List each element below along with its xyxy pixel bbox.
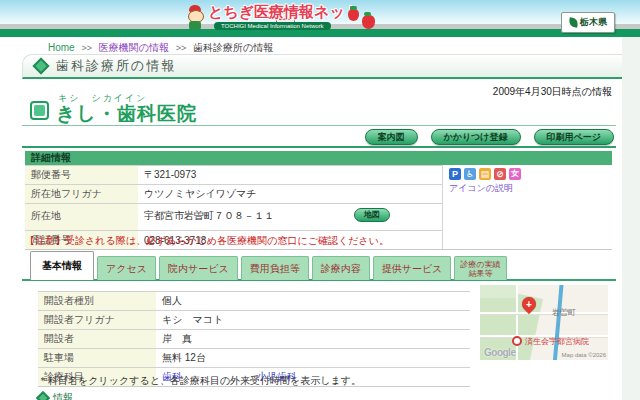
parking-icon: P: [449, 168, 461, 180]
partial-footer-link[interactable]: 情報: [38, 391, 73, 400]
address-text: 宇都宮市岩曽町７０８－１１: [144, 209, 274, 223]
hospital-marker-icon: [512, 336, 522, 346]
basic-info-table: 開設者種別 個人 開設者フリガナ キシ マコト 開設者 岸 真 駐車場 無料 1…: [38, 291, 470, 387]
wheelchair-icon: ♿: [464, 168, 476, 180]
tab-in-house-services[interactable]: 院内サービス: [159, 256, 238, 280]
diamond-icon: [33, 58, 50, 75]
pref-label: 栃木県: [580, 16, 607, 29]
address-furigana-value: ウツノミヤシイワゾマチ: [138, 185, 442, 203]
diamond-icon: [36, 391, 50, 400]
female-doctor-icon: 女: [509, 168, 521, 180]
address-label: 所在地: [25, 204, 138, 230]
tochigi-pref-logo[interactable]: 栃木県: [561, 12, 615, 33]
mascot-icon: [186, 5, 204, 31]
tab-results-line2: 結果等: [468, 269, 492, 278]
address-furigana-label: 所在地フリガナ: [25, 185, 138, 203]
facility-icons-cell: P ♿ ▤ ⊘ 女 アイコンの説明: [442, 165, 612, 249]
breadcrumb-current: 歯科診療所の情報: [193, 42, 273, 53]
footnote: ＊科目名をクリックすると、各診療科目の外来受付時間を表示します。: [38, 374, 361, 388]
clinic-map-pin-icon: +: [519, 294, 539, 314]
tab-provided-services[interactable]: 提供サービス: [373, 256, 452, 280]
site-title: とちぎ医療情報ネット: [208, 3, 360, 22]
breadcrumb-home-link[interactable]: Home: [48, 42, 75, 53]
tab-treatment-details[interactable]: 診療内容: [312, 256, 370, 280]
map-road: [516, 285, 518, 360]
founder-furigana-label: 開設者フリガナ: [38, 311, 156, 329]
breadcrumb-separator: >>: [81, 43, 92, 53]
tab-access[interactable]: アクセス: [97, 256, 156, 280]
founder-furigana-value: キシ マコト: [156, 311, 470, 329]
divider: [22, 125, 616, 126]
map-button[interactable]: 地図: [354, 208, 390, 222]
parking-label: 駐車場: [38, 349, 156, 367]
location-map[interactable]: + 岩曽町 済生会宇都宮病院 Google Map data ©2026: [480, 285, 608, 360]
map-attribution: Map data ©2026: [562, 352, 606, 358]
register-family-doctor-button[interactable]: かかりつけ登録: [431, 129, 521, 145]
tab-bar: 基本情報 アクセス 院内サービス 費用負担等 診療内容 提供サービス 診療の実績…: [30, 251, 507, 280]
tab-costs[interactable]: 費用負担等: [241, 256, 309, 280]
tab-results-line1: 診療の実績: [460, 260, 500, 269]
founder-type-label: 開設者種別: [38, 292, 156, 310]
clinic-bullet-icon: [30, 101, 49, 120]
breadcrumb-separator: >>: [176, 43, 187, 53]
partial-footer-text: 情報: [53, 391, 73, 400]
table-row: 駐車場 無料 12台: [38, 348, 470, 367]
as-of-date: 2009年4月30日時点の情報: [312, 85, 612, 99]
founder-label: 開設者: [38, 330, 156, 348]
action-buttons: 案内図 かかりつけ登録 印刷用ページ: [0, 129, 614, 145]
postal-code-value: 〒321-0973: [138, 166, 442, 184]
map-area-label: 岩曽町: [552, 307, 576, 318]
icon-explanation-link[interactable]: アイコンの説明: [449, 182, 612, 195]
postal-code-label: 郵便番号: [25, 166, 138, 184]
leaf-icon: [568, 17, 578, 27]
founder-value: 岸 真: [156, 330, 470, 348]
section-header: 歯科診療所の情報: [22, 54, 640, 79]
site-logo[interactable]: とちぎ医療情報ネット TOCHIGI Medical Information N…: [186, 1, 386, 37]
no-smoking-icon: ⊘: [494, 168, 506, 180]
google-logo: Google: [484, 347, 515, 358]
parking-value: 無料 12台: [156, 349, 470, 367]
card-icon: ▤: [479, 168, 491, 180]
page-right-gutter: [622, 37, 640, 400]
print-page-button[interactable]: 印刷用ページ: [534, 129, 614, 145]
map-road: [480, 312, 608, 314]
hospital-label: 済生会宇都宮病院: [525, 336, 589, 347]
breadcrumb: Home >> 医療機関の情報 >> 歯科診療所の情報: [48, 41, 273, 55]
map-green-area: [480, 285, 516, 298]
table-row: 開設者 岸 真: [38, 329, 470, 348]
tab-basic-info[interactable]: 基本情報: [30, 251, 94, 280]
tab-results[interactable]: 診療の実績 結果等: [454, 256, 506, 280]
divider: [22, 146, 616, 148]
guide-map-button[interactable]: 案内図: [365, 129, 418, 145]
strawberry-icon: [346, 7, 380, 31]
table-row: 開設者種別 個人: [38, 291, 470, 310]
section-title: 歯科診療所の情報: [56, 57, 176, 75]
map-route-line: [552, 285, 564, 360]
detail-table-header: 詳細情報: [25, 151, 612, 165]
clinic-name: きし・歯科医院: [56, 101, 197, 127]
facility-icons: P ♿ ▤ ⊘ 女: [449, 168, 612, 180]
breadcrumb-medical-link[interactable]: 医療機関の情報: [99, 42, 169, 53]
address-value: 宇都宮市岩曽町７０８－１１ 地図: [138, 204, 442, 230]
page: とちぎ医療情報ネット TOCHIGI Medical Information N…: [0, 0, 640, 400]
notice-text: 【注意】受診される際は、必ずあらかじめ各医療機関の窓口にご確認ください。: [25, 234, 389, 248]
table-row: 開設者フリガナ キシ マコト: [38, 310, 470, 329]
site-subtitle: TOCHIGI Medical Information Network: [214, 22, 331, 30]
founder-type-value: 個人: [156, 292, 470, 310]
